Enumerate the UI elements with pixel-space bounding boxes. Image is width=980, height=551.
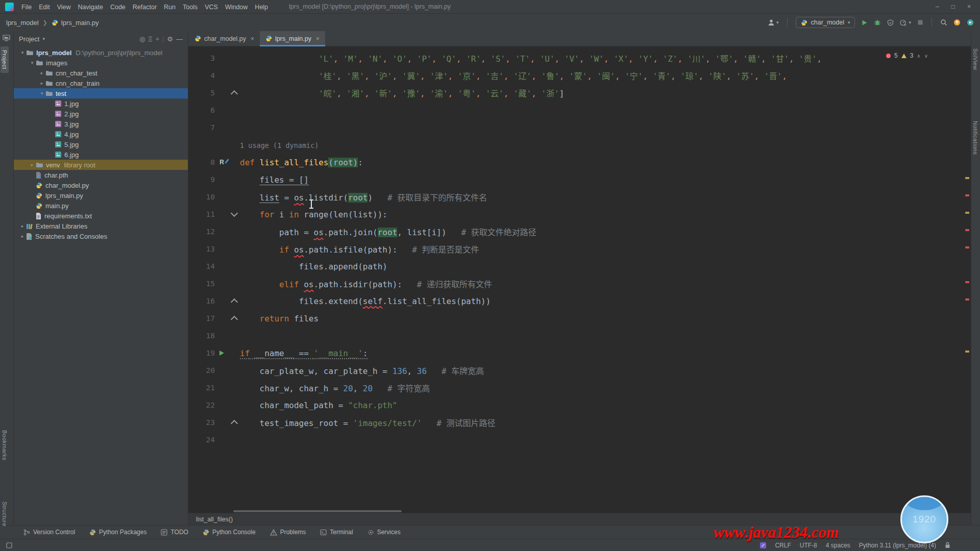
fold-start-icon[interactable]: [231, 210, 238, 217]
tree-chevron-icon[interactable]: ▸: [38, 70, 45, 76]
error-stripe[interactable]: [964, 46, 971, 510]
breadcrumb-file[interactable]: lprs_main.py: [61, 19, 99, 27]
status-widget-icon[interactable]: [760, 542, 766, 548]
inspection-widget[interactable]: 5 3 ∧ ∨: [882, 51, 932, 61]
tree-chevron-icon[interactable]: ▸: [19, 223, 26, 229]
tree-item-4-jpg[interactable]: 4.jpg: [14, 129, 188, 139]
tree-item-main-py[interactable]: main.py: [14, 201, 188, 211]
hide-panel-icon[interactable]: —: [176, 35, 183, 43]
tree-chevron-icon[interactable]: ▸: [29, 162, 36, 167]
toolwindow-problems[interactable]: Problems: [270, 529, 306, 536]
ide-services-button[interactable]: [967, 19, 974, 26]
menu-vcs[interactable]: VCS: [201, 4, 222, 11]
tree-item-scratches-and-consoles[interactable]: ▸Scratches and Consoles: [14, 231, 188, 241]
toolwindow-terminal[interactable]: Terminal: [320, 529, 353, 536]
fold-end-icon[interactable]: [231, 90, 238, 97]
menu-refactor[interactable]: Refactor: [129, 4, 160, 11]
refactor-gutter-icon[interactable]: R: [219, 159, 224, 166]
menu-file[interactable]: File: [18, 4, 35, 11]
tree-chevron-icon[interactable]: ▾: [29, 60, 36, 65]
stop-button[interactable]: [917, 19, 923, 26]
menu-code[interactable]: Code: [107, 4, 129, 11]
tree-chevron-icon[interactable]: ▾: [19, 50, 26, 55]
menu-run[interactable]: Run: [160, 4, 179, 11]
tree-chevron-icon[interactable]: ▸: [38, 81, 45, 86]
chevron-down-icon[interactable]: ▾: [42, 36, 45, 41]
tree-item-char-pth[interactable]: char.pth: [14, 170, 188, 180]
code-editor[interactable]: 3 'L', 'M', 'N', 'O', 'P', 'Q', 'R', 'S'…: [188, 46, 971, 510]
tree-item-2-jpg[interactable]: 2.jpg: [14, 109, 188, 119]
tree-item-cnn-char-train[interactable]: ▸cnn_char_train: [14, 78, 188, 88]
tree-chevron-icon[interactable]: ▸: [19, 234, 26, 239]
menu-navigate[interactable]: Navigate: [75, 4, 107, 11]
tree-item-char-model-py[interactable]: char_model.py: [14, 180, 188, 190]
run-line-icon[interactable]: [219, 350, 224, 356]
toolwindow-python-console[interactable]: Python Console: [203, 529, 256, 536]
lock-icon[interactable]: [945, 542, 950, 548]
tree-item-requirements-txt[interactable]: requirements.txt: [14, 211, 188, 221]
run-button[interactable]: [861, 19, 868, 26]
horizontal-scrollbar[interactable]: [188, 510, 971, 513]
tree-item-lprs-main-py[interactable]: lprs_main.py: [14, 190, 188, 201]
close-tab-icon[interactable]: ×: [316, 35, 320, 42]
run-with-coverage-button[interactable]: [887, 19, 894, 26]
tree-item-lprs-model[interactable]: ▾lprs_modelD:\python_proj\prj\lprs_model: [14, 47, 188, 58]
profiler-button[interactable]: ▾: [900, 19, 911, 26]
prev-problem-icon[interactable]: ∧: [917, 53, 920, 59]
breadcrumb-project[interactable]: lprs_model: [6, 19, 39, 27]
tool-windows-toggle-icon[interactable]: [6, 542, 12, 548]
close-tab-icon[interactable]: ×: [251, 35, 254, 42]
toolwindow-version-control[interactable]: Version Control: [23, 529, 75, 536]
tree-item-3-jpg[interactable]: 3.jpg: [14, 119, 188, 129]
user-menu-button[interactable]: ▾: [768, 19, 779, 26]
toolwindow-python-packages[interactable]: Python Packages: [89, 529, 146, 536]
tool-windows-toggle-icon[interactable]: [6, 542, 12, 548]
search-everywhere-button[interactable]: [940, 19, 947, 26]
indent-widget[interactable]: 4 spaces: [826, 542, 850, 549]
tree-item-5-jpg[interactable]: 5.jpg: [14, 139, 188, 149]
tree-item-cnn-char-test[interactable]: ▸cnn_char_test: [14, 68, 188, 78]
menu-edit[interactable]: Edit: [35, 4, 54, 11]
toolwindow-todo[interactable]: TODO: [161, 529, 188, 536]
tab-char-model-py[interactable]: char_model.py×: [189, 31, 260, 46]
run-configuration-select[interactable]: char_model▾: [796, 17, 855, 28]
next-problem-icon[interactable]: ∨: [924, 53, 928, 59]
ide-icon: [967, 19, 974, 26]
toolwindow-services[interactable]: Services: [368, 529, 401, 536]
menu-help[interactable]: Help: [251, 4, 272, 11]
tree-chevron-icon[interactable]: ▾: [38, 91, 45, 96]
tree-item-venv[interactable]: ▸venvlibrary root: [14, 160, 188, 170]
fold-end-icon[interactable]: [231, 298, 238, 306]
maximize-button[interactable]: □: [951, 3, 955, 10]
tool-stripe-structure[interactable]: Structure: [2, 502, 8, 527]
expand-all-icon[interactable]: Ξ: [148, 35, 152, 43]
debug-icon: [874, 19, 881, 26]
menu-tools[interactable]: Tools: [179, 4, 201, 11]
tab-lprs-main-py[interactable]: lprs_main.py×: [260, 31, 325, 46]
gear-icon[interactable]: ⚙: [167, 35, 173, 43]
menu-window[interactable]: Window: [222, 4, 251, 11]
tree-item-label: main.py: [45, 202, 69, 210]
tree-item-1-jpg[interactable]: 1.jpg: [14, 98, 188, 109]
tool-stripe-bookmarks[interactable]: Bookmarks: [2, 430, 8, 461]
update-available-button[interactable]: [953, 19, 961, 26]
locate-file-icon[interactable]: ◎: [139, 35, 145, 43]
collapse-all-icon[interactable]: ÷: [156, 35, 159, 43]
fold-end-icon[interactable]: [231, 316, 238, 323]
tool-stripe-sciview[interactable]: SciView: [972, 48, 978, 70]
context-function[interactable]: list_all_files(): [196, 516, 233, 523]
line-separator-widget[interactable]: CRLF: [775, 542, 791, 549]
fold-end-icon[interactable]: [231, 420, 238, 427]
debug-button[interactable]: [874, 19, 881, 26]
tree-item-external-libraries[interactable]: ▸External Libraries: [14, 221, 188, 231]
tool-stripe-project[interactable]: Project: [1, 46, 9, 73]
close-button[interactable]: ×: [967, 3, 971, 10]
tool-stripe-notifications[interactable]: Notifications: [972, 121, 978, 155]
encoding-widget[interactable]: UTF-8: [800, 542, 817, 549]
tree-item-6-jpg[interactable]: 6.jpg: [14, 149, 188, 160]
minimize-button[interactable]: –: [936, 3, 939, 10]
project-panel-title[interactable]: Project: [19, 35, 39, 43]
tree-item-images[interactable]: ▾images: [14, 58, 188, 68]
menu-view[interactable]: View: [54, 4, 75, 11]
tree-item-test[interactable]: ▾test: [14, 88, 188, 98]
